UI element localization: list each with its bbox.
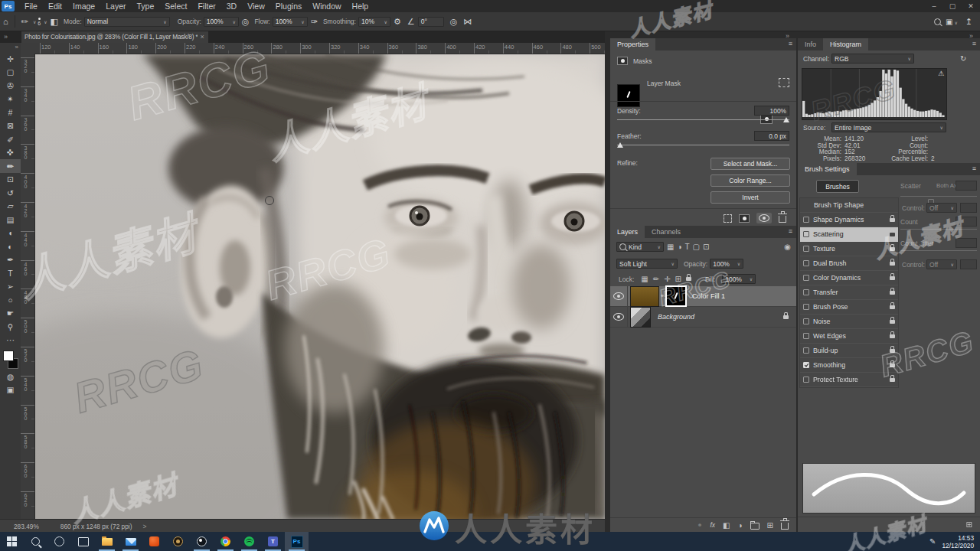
checkbox[interactable] xyxy=(803,347,809,354)
new-group-icon[interactable] xyxy=(750,523,760,530)
layer-row-background[interactable]: Background xyxy=(610,307,796,328)
search-icon[interactable] xyxy=(934,18,941,25)
source-dropdown[interactable]: Entire Image∨ xyxy=(831,122,946,132)
layer-row-color-fill[interactable]: ⚭ Color Fill 1 xyxy=(610,286,796,307)
chevron-down-icon[interactable]: ∨ xyxy=(44,19,47,24)
mask-link-icon[interactable]: ⚭ xyxy=(660,293,665,299)
color-range-button[interactable]: Color Range... xyxy=(710,174,790,187)
lock-icon[interactable] xyxy=(890,247,895,251)
density-slider[interactable] xyxy=(617,119,789,120)
brush-tool-preset-icon[interactable]: ✏ xyxy=(21,17,28,27)
apply-mask-icon[interactable] xyxy=(739,214,750,223)
brush-setting-texture[interactable]: Texture xyxy=(800,242,898,256)
new-adjustment-icon[interactable]: ◑ xyxy=(738,521,743,530)
filter-pin-icon[interactable]: ◉ xyxy=(784,243,791,251)
panel-menu-icon[interactable]: ≡ xyxy=(789,227,792,235)
brush-setting-transfer[interactable]: Transfer xyxy=(800,285,898,300)
clone-stamp-tool-icon[interactable]: ⊡ xyxy=(0,173,21,187)
toolbar-expand-icon[interactable]: » xyxy=(15,44,18,51)
refresh-icon[interactable]: ↻ xyxy=(960,54,966,63)
delete-layer-icon[interactable] xyxy=(781,523,789,530)
new-layer-icon[interactable]: ⊞ xyxy=(767,521,773,530)
lock-artboard-icon[interactable]: ⊞ xyxy=(675,275,681,283)
tab-layers[interactable]: Layers xyxy=(610,226,645,238)
taskbar-obs[interactable] xyxy=(190,532,214,551)
ruler-corner[interactable] xyxy=(21,43,35,54)
brush-setting-build-up[interactable]: Build-up xyxy=(800,344,898,358)
density-value[interactable]: 100% xyxy=(754,106,789,116)
airbrush-icon[interactable]: ✑ xyxy=(311,17,318,27)
tab-properties[interactable]: Properties xyxy=(610,38,655,51)
filter-type-icon[interactable]: T xyxy=(685,243,690,251)
brush-setting-color-dynamics[interactable]: Color Dynamics xyxy=(800,271,898,285)
brush-setting-smoothing[interactable]: Smoothing xyxy=(800,358,898,373)
shape-tool-icon[interactable]: ○ xyxy=(0,293,21,307)
warning-icon[interactable]: ⚠ xyxy=(938,70,944,77)
type-tool-icon[interactable]: T xyxy=(0,266,21,280)
checkbox[interactable] xyxy=(803,333,809,339)
frame-tool-icon[interactable]: ⊠ xyxy=(0,119,21,133)
taskbar-photoshop[interactable]: Ps xyxy=(285,532,309,551)
channel-dropdown[interactable]: RGB∨ xyxy=(831,54,914,64)
blur-tool-icon[interactable]: ◖ xyxy=(0,227,21,240)
feather-slider-thumb[interactable] xyxy=(617,142,623,148)
lock-icon[interactable] xyxy=(890,349,895,353)
filter-kind-dropdown[interactable]: Kind ∨ xyxy=(616,242,664,252)
menu-item-filter[interactable]: Filter xyxy=(192,2,220,11)
layer-visibility-toggle[interactable] xyxy=(610,286,628,306)
menu-item-layer[interactable]: Layer xyxy=(100,2,131,11)
history-brush-tool-icon[interactable]: ↺ xyxy=(0,186,21,200)
density-slider-thumb[interactable] xyxy=(783,117,789,122)
menu-item-3d[interactable]: 3D xyxy=(221,2,242,11)
crop-tool-icon[interactable]: # xyxy=(0,106,21,119)
pen-tool-icon[interactable]: ✒ xyxy=(0,253,21,267)
brush-angle-input[interactable]: 0° xyxy=(418,17,444,27)
lock-icon[interactable] xyxy=(890,305,895,309)
checkbox[interactable] xyxy=(803,289,809,295)
select-and-mask-button[interactable]: Select and Mask... xyxy=(710,158,790,170)
brush-setting-noise[interactable]: Noise xyxy=(800,315,898,329)
flow-dropdown[interactable]: 100%∨ xyxy=(273,17,308,27)
lock-icon[interactable] xyxy=(890,291,895,295)
canvas[interactable] xyxy=(34,54,605,519)
taskbar-file-explorer[interactable] xyxy=(95,532,119,551)
opacity-dropdown[interactable]: 100%∨ xyxy=(204,17,239,27)
menu-item-file[interactable]: File xyxy=(19,2,43,11)
delete-mask-icon[interactable] xyxy=(779,216,786,223)
menu-item-help[interactable]: Help xyxy=(347,2,374,11)
lock-position-icon[interactable]: ✛ xyxy=(664,275,670,283)
checkbox[interactable] xyxy=(803,318,809,324)
panel-menu-icon[interactable]: ≡ xyxy=(972,40,976,47)
taskbar-teams[interactable]: T xyxy=(261,532,285,551)
lock-icon[interactable] xyxy=(890,378,895,382)
quick-selection-tool-icon[interactable]: ✴ xyxy=(0,93,21,106)
menu-item-plugins[interactable]: Plugins xyxy=(270,2,307,11)
status-arrow-icon[interactable]: > xyxy=(142,523,146,530)
filter-image-icon[interactable]: ▦ xyxy=(667,243,674,251)
feather-value[interactable]: 0.0 px xyxy=(754,131,789,141)
brush-tool-icon[interactable]: ✏ xyxy=(0,159,21,173)
layer-effects-icon[interactable]: fx xyxy=(710,521,715,529)
menu-item-type[interactable]: Type xyxy=(131,2,159,11)
mode-dropdown[interactable]: Normal∨ xyxy=(84,17,170,27)
layer-mask-thumbnail-selected[interactable] xyxy=(665,285,687,307)
vertical-ruler[interactable]: 3203403603804004204404604805005205405605… xyxy=(21,54,35,519)
layer-mask-thumbnail[interactable] xyxy=(617,84,640,107)
lock-icon[interactable] xyxy=(890,320,895,324)
panel-menu-icon[interactable]: ≡ xyxy=(972,165,976,172)
menu-item-select[interactable]: Select xyxy=(159,2,192,11)
tab-close-icon[interactable]: × xyxy=(200,33,204,41)
panel-menu-icon[interactable]: ≡ xyxy=(789,40,792,47)
checkbox[interactable] xyxy=(803,377,809,383)
collapse-panels-icon[interactable]: » xyxy=(969,32,973,40)
filter-adjustment-icon[interactable]: ◑ xyxy=(677,243,681,251)
layer-name[interactable]: Background xyxy=(658,313,694,321)
quick-mask-button[interactable]: ◍ xyxy=(0,370,21,383)
airbrush-pressure-icon[interactable]: ◎ xyxy=(450,17,458,27)
ink-workspace-icon[interactable]: ✎ xyxy=(929,537,936,546)
tab-brush-settings[interactable]: Brush Settings xyxy=(798,163,857,175)
lock-all-icon[interactable] xyxy=(686,277,691,281)
foreground-color-swatch[interactable] xyxy=(3,350,14,361)
eyedropper-tool-icon[interactable]: ✐ xyxy=(0,132,21,146)
gradient-tool-icon[interactable]: ▤ xyxy=(0,213,21,227)
